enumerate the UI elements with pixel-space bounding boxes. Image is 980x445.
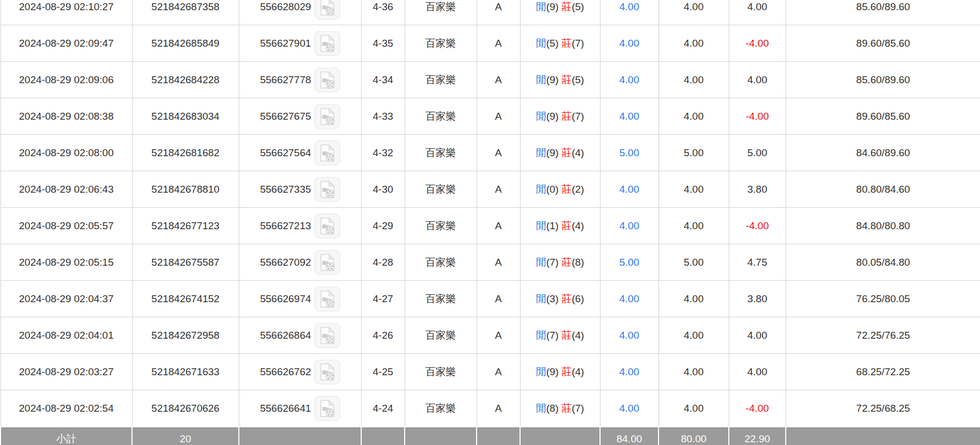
table-code: A (495, 403, 502, 414)
balance: 89.60/85.60 (856, 111, 910, 122)
bet-amount-link[interactable]: 4.00 (619, 403, 639, 414)
video-replay-button[interactable] (315, 360, 340, 384)
video-replay-button[interactable] (315, 68, 340, 92)
shoe-round-cell: 4-34 (361, 62, 405, 98)
shoe-round: 4-29 (372, 220, 393, 231)
bet-record-row: 2024-08-29 02:09:47 521842685849 5566279… (1, 25, 980, 62)
video-replay-button[interactable] (315, 250, 340, 275)
balance-cell: 85.60/89.60 (786, 62, 980, 98)
banker-result-score: (7) (572, 403, 584, 414)
bet-amount-link[interactable]: 5.00 (619, 147, 639, 158)
subtotal-row: 小計 20 84.00 80.00 22.90 (1, 427, 980, 445)
round-id-cell: 556627778 (239, 62, 361, 98)
bet-time: 2024-08-29 02:09:06 (19, 74, 113, 85)
bet-id: 521842687358 (151, 1, 220, 12)
bet-amount-link[interactable]: 4.00 (619, 38, 639, 49)
shoe-round-cell: 4-28 (361, 244, 405, 281)
win-loss-cell: 4.00 (729, 354, 786, 390)
player-result-label: 閒 (536, 74, 546, 85)
banker-result-score: (4) (572, 366, 584, 377)
bet-id-cell: 521842685849 (132, 25, 239, 62)
table-code: A (495, 330, 502, 341)
shoe-round: 4-28 (372, 257, 393, 268)
table-code-cell: A (477, 0, 520, 25)
round-id-cell: 556627901 (239, 25, 361, 62)
bet-id-cell: 521842674152 (132, 281, 239, 317)
video-replay-button[interactable] (315, 287, 340, 311)
shoe-round-cell: 4-26 (361, 317, 405, 354)
table-code-cell: A (477, 171, 520, 208)
video-replay-button[interactable] (315, 214, 340, 238)
player-result-label: 閒 (536, 147, 546, 158)
bet-time: 2024-08-29 02:08:38 (19, 111, 113, 122)
bet-amount-link[interactable]: 4.00 (619, 366, 639, 377)
valid-bet: 5.00 (684, 257, 704, 268)
player-result-score: (9) (546, 366, 559, 377)
video-replay-button[interactable] (315, 0, 340, 19)
bet-amount-link[interactable]: 4.00 (619, 220, 639, 231)
player-result-label: 閒 (536, 403, 546, 414)
round-id: 556627675 (260, 111, 311, 122)
bet-amount-link[interactable]: 4.00 (619, 184, 639, 195)
bet-time: 2024-08-29 02:03:27 (19, 366, 113, 377)
banker-result-score: (2) (572, 184, 584, 195)
banker-result-label: 莊 (561, 366, 572, 377)
video-replay-button[interactable] (315, 31, 340, 56)
game-name: 百家樂 (426, 38, 456, 49)
round-id-cell: 556626762 (239, 354, 361, 390)
table-code-cell: A (477, 244, 520, 281)
balance-cell: 80.80/84.60 (786, 171, 980, 208)
table-code-cell: A (477, 98, 520, 135)
balance-cell: 84.80/80.80 (786, 208, 980, 244)
subtotal-empty-result (520, 427, 600, 445)
bet-amount-link[interactable]: 5.00 (619, 257, 639, 268)
bet-amount-link[interactable]: 4.00 (619, 293, 639, 304)
subtotal-empty-table (477, 427, 520, 445)
bet-time-cell: 2024-08-29 02:08:00 (1, 135, 132, 171)
bet-id-cell: 521842672958 (132, 317, 239, 354)
video-replay-button[interactable] (315, 177, 340, 202)
player-result-label: 閒 (536, 111, 546, 122)
round-id-cell: 556628029 (239, 0, 361, 25)
bet-amount-link[interactable]: 4.00 (619, 1, 639, 12)
video-replay-button[interactable] (315, 396, 340, 421)
bet-id-cell: 521842684228 (132, 62, 239, 98)
balance-cell: 89.60/85.60 (786, 98, 980, 135)
table-code: A (495, 74, 502, 85)
table-code: A (495, 184, 502, 195)
player-result-label: 閒 (536, 330, 546, 341)
bet-amount-link[interactable]: 4.00 (619, 330, 639, 341)
video-file-icon (318, 70, 337, 90)
game-cell: 百家樂 (405, 0, 477, 25)
game-cell: 百家樂 (405, 208, 477, 244)
bet-amount-cell: 4.00 (600, 25, 659, 62)
win-loss-cell: -4.00 (729, 98, 786, 135)
game-cell: 百家樂 (405, 281, 477, 317)
shoe-round: 4-32 (372, 147, 393, 158)
balance-cell: 80.05/84.80 (786, 244, 980, 281)
bet-amount-cell: 5.00 (600, 135, 659, 171)
bet-amount-link[interactable]: 4.00 (619, 74, 639, 85)
balance: 84.60/89.60 (856, 147, 910, 158)
bet-id: 521842674152 (151, 293, 220, 304)
valid-bet-cell: 4.00 (659, 171, 729, 208)
table-code-cell: A (477, 25, 520, 62)
banker-result-score: (4) (572, 330, 584, 341)
shoe-round-cell: 4-27 (361, 281, 405, 317)
round-id-cell: 556626864 (239, 317, 361, 354)
round-id-cell: 556627675 (239, 98, 361, 135)
player-result-score: (7) (546, 257, 559, 268)
video-replay-button[interactable] (315, 141, 340, 165)
round-id-cell: 556627092 (239, 244, 361, 281)
balance: 85.60/89.60 (856, 1, 910, 12)
player-result-label: 閒 (536, 257, 546, 268)
video-replay-button[interactable] (315, 323, 340, 348)
bet-id-cell: 521842681682 (132, 135, 239, 171)
subtotal-valid-total: 80.00 (659, 427, 729, 445)
player-result-label: 閒 (536, 366, 546, 377)
game-name: 百家樂 (426, 147, 456, 158)
win-loss-cell: -4.00 (729, 25, 786, 62)
bet-amount-link[interactable]: 4.00 (619, 111, 639, 122)
video-replay-button[interactable] (315, 104, 340, 129)
round-id-cell: 556627213 (239, 208, 361, 244)
